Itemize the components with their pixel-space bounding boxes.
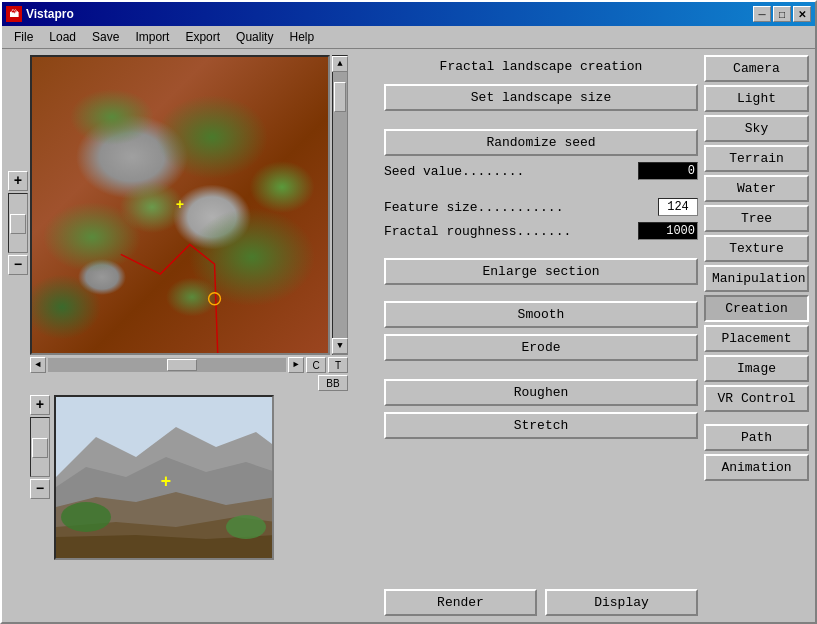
seed-row: Seed value........ bbox=[384, 162, 698, 180]
main-window: 🏔 Vistapro ─ □ ✕ File Load Save Import E… bbox=[0, 0, 817, 624]
svg-point-8 bbox=[226, 515, 266, 539]
randomize-button[interactable]: Randomize seed bbox=[384, 129, 698, 156]
preview-slider-thumb bbox=[32, 438, 48, 458]
preview-view[interactable]: + bbox=[54, 395, 274, 560]
feature-label: Feature size........... bbox=[384, 200, 654, 215]
right-panel: Camera Light Sky Terrain Water Tree Text… bbox=[704, 55, 809, 616]
light-button[interactable]: Light bbox=[704, 85, 809, 112]
preview-zoom-in[interactable]: + bbox=[30, 395, 50, 415]
display-button[interactable]: Display bbox=[545, 589, 698, 616]
enlarge-button[interactable]: Enlarge section bbox=[384, 258, 698, 285]
hscroll-thumb bbox=[167, 359, 197, 371]
menu-bar: File Load Save Import Export Quality Hel… bbox=[2, 26, 815, 49]
app-icon: 🏔 bbox=[6, 6, 22, 22]
spacer5 bbox=[384, 367, 698, 373]
scroll-right-btn[interactable]: ► bbox=[288, 357, 304, 373]
map-view-area: + ▲ ▼ ◄ bbox=[30, 55, 348, 391]
menu-load[interactable]: Load bbox=[41, 28, 84, 46]
spacer3 bbox=[384, 246, 698, 252]
main-content: + − + bbox=[2, 49, 815, 622]
left-panel: + − + bbox=[8, 55, 378, 616]
menu-save[interactable]: Save bbox=[84, 28, 127, 46]
zoom-in-button[interactable]: + bbox=[8, 171, 28, 191]
manipulation-button[interactable]: Manipulation bbox=[704, 265, 809, 292]
scroll-thumb bbox=[334, 82, 346, 112]
map-area: + − + bbox=[8, 55, 378, 391]
set-landscape-button[interactable]: Set landscape size bbox=[384, 84, 698, 111]
map-controls-row: ◄ ► C T bbox=[30, 357, 348, 373]
bb-row: BB bbox=[30, 375, 348, 391]
seed-input[interactable] bbox=[638, 162, 698, 180]
menu-export[interactable]: Export bbox=[177, 28, 228, 46]
terrain-button[interactable]: Terrain bbox=[704, 145, 809, 172]
roughen-button[interactable]: Roughen bbox=[384, 379, 698, 406]
preview-zoom-out[interactable]: − bbox=[30, 479, 50, 499]
roughness-row: Fractal roughness....... bbox=[384, 222, 698, 240]
texture-button[interactable]: Texture bbox=[704, 235, 809, 262]
menu-help[interactable]: Help bbox=[281, 28, 322, 46]
sky-button[interactable]: Sky bbox=[704, 115, 809, 142]
render-button[interactable]: Render bbox=[384, 589, 537, 616]
svg-point-7 bbox=[61, 502, 111, 532]
spacer1 bbox=[384, 117, 698, 123]
spacer2 bbox=[384, 186, 698, 192]
smooth-button[interactable]: Smooth bbox=[384, 301, 698, 328]
close-button[interactable]: ✕ bbox=[793, 6, 811, 22]
creation-title: Fractal landscape creation bbox=[384, 55, 698, 78]
roughness-label: Fractal roughness....... bbox=[384, 224, 634, 239]
preview-area: + − bbox=[8, 395, 378, 560]
title-buttons: ─ □ ✕ bbox=[753, 6, 811, 22]
scroll-track[interactable] bbox=[333, 72, 347, 338]
map-and-vscroll: + ▲ ▼ bbox=[30, 55, 348, 355]
left-controls: + − bbox=[8, 55, 28, 391]
image-button[interactable]: Image bbox=[704, 355, 809, 382]
window-title: Vistapro bbox=[26, 7, 74, 21]
scroll-up-btn[interactable]: ▲ bbox=[332, 56, 348, 72]
menu-quality[interactable]: Quality bbox=[228, 28, 281, 46]
roughness-input[interactable] bbox=[638, 222, 698, 240]
maximize-button[interactable]: □ bbox=[773, 6, 791, 22]
top-map-view[interactable]: + bbox=[30, 55, 330, 355]
stretch-button[interactable]: Stretch bbox=[384, 412, 698, 439]
title-bar: 🏔 Vistapro ─ □ ✕ bbox=[2, 2, 815, 26]
minimize-button[interactable]: ─ bbox=[753, 6, 771, 22]
animation-button[interactable]: Animation bbox=[704, 454, 809, 481]
svg-marker-6 bbox=[56, 535, 274, 560]
c-button[interactable]: C bbox=[306, 357, 326, 373]
erode-button[interactable]: Erode bbox=[384, 334, 698, 361]
creation-button[interactable]: Creation bbox=[704, 295, 809, 322]
slider-thumb bbox=[10, 214, 26, 234]
right-spacer bbox=[704, 415, 809, 421]
feature-spinner bbox=[658, 198, 698, 216]
hscroll-track[interactable] bbox=[48, 358, 286, 372]
menu-file[interactable]: File bbox=[6, 28, 41, 46]
spacer4 bbox=[384, 291, 698, 295]
tree-button[interactable]: Tree bbox=[704, 205, 809, 232]
t-button[interactable]: T bbox=[328, 357, 348, 373]
menu-import[interactable]: Import bbox=[127, 28, 177, 46]
placement-button[interactable]: Placement bbox=[704, 325, 809, 352]
bottom-buttons: Render Display bbox=[384, 589, 698, 616]
svg-point-0 bbox=[209, 293, 221, 305]
scroll-down-btn[interactable]: ▼ bbox=[332, 338, 348, 354]
path-button[interactable]: Path bbox=[704, 424, 809, 451]
svg-text:+: + bbox=[161, 472, 172, 492]
preview-view-wrapper: + bbox=[54, 395, 274, 560]
title-bar-left: 🏔 Vistapro bbox=[6, 6, 74, 22]
seed-label: Seed value........ bbox=[384, 164, 634, 179]
flex-spacer bbox=[384, 445, 698, 583]
vr-control-button[interactable]: VR Control bbox=[704, 385, 809, 412]
map-crosshair: + bbox=[176, 197, 184, 213]
scroll-left-btn[interactable]: ◄ bbox=[30, 357, 46, 373]
feature-input[interactable] bbox=[658, 198, 698, 216]
camera-button[interactable]: Camera bbox=[704, 55, 809, 82]
vertical-slider[interactable] bbox=[8, 193, 28, 253]
map-vscrollbar[interactable]: ▲ ▼ bbox=[332, 55, 348, 355]
feature-row: Feature size........... bbox=[384, 198, 698, 216]
preview-left-controls: + − bbox=[30, 395, 50, 499]
zoom-out-button[interactable]: − bbox=[8, 255, 28, 275]
bb-button[interactable]: BB bbox=[318, 375, 348, 391]
water-button[interactable]: Water bbox=[704, 175, 809, 202]
preview-vslider[interactable] bbox=[30, 417, 50, 477]
preview-svg: + bbox=[56, 397, 274, 560]
